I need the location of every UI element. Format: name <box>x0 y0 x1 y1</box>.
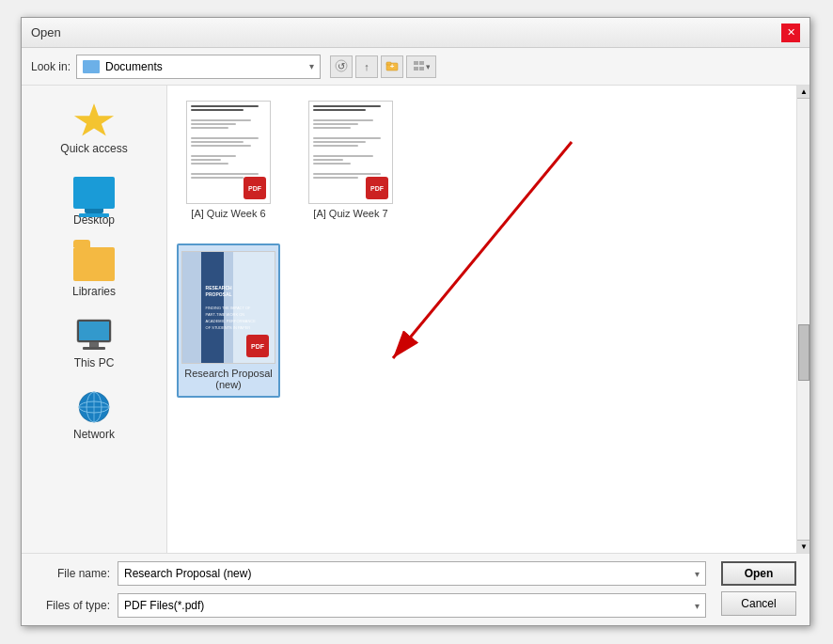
sidebar: Quick access Desktop Libraries <box>22 86 167 553</box>
file-item-quiz-week-6[interactable]: PDF [A] Quiz Week 6 <box>177 95 280 225</box>
back-button[interactable]: ↺ <box>330 55 353 78</box>
monitor-icon <box>73 318 115 353</box>
open-dialog: Open ✕ Look in: Documents ▾ ↺ ↑ <box>21 17 810 626</box>
file-item-research-proposal[interactable]: RESEARCHPROPOSAL FINDING THE IMPACT OFPA… <box>177 243 280 398</box>
svg-text:↺: ↺ <box>338 61 345 71</box>
svg-text:▾: ▾ <box>426 62 430 71</box>
scrollbar-track <box>797 99 809 540</box>
svg-rect-11 <box>79 322 109 340</box>
svg-rect-13 <box>83 347 105 350</box>
file-browser-content: PDF [A] Quiz Week 6 <box>167 86 796 553</box>
svg-rect-12 <box>89 342 99 347</box>
files-of-type-row: Files of type: PDF Files(*.pdf) ▾ <box>35 593 706 618</box>
files-of-type-value: PDF Files(*.pdf) <box>124 599 204 612</box>
file-name-row: File name: Research Proposal (new) ▾ <box>35 561 706 586</box>
sidebar-item-network[interactable]: Network <box>33 381 155 448</box>
file-name-dropdown[interactable]: Research Proposal (new) ▾ <box>118 561 706 586</box>
up-button[interactable]: ↑ <box>355 55 378 78</box>
files-of-type-chevron: ▾ <box>695 601 699 611</box>
file-label-research-proposal: Research Proposal (new) <box>184 368 273 390</box>
file-name-chevron: ▾ <box>695 569 699 579</box>
sidebar-item-network-label: Network <box>73 428 115 441</box>
cancel-button[interactable]: Cancel <box>721 591 796 616</box>
sidebar-item-desktop[interactable]: Desktop <box>33 166 155 234</box>
network-icon <box>72 388 116 426</box>
this-pc-icon-wrap <box>71 317 117 354</box>
up-icon: ↑ <box>364 61 369 72</box>
bottom-rows: File name: Research Proposal (new) ▾ Fil… <box>35 561 796 618</box>
look-in-value: Documents <box>105 60 304 73</box>
quick-access-icon-wrap <box>71 102 117 140</box>
dialog-title: Open <box>31 25 61 39</box>
sidebar-item-libraries-label: Libraries <box>72 285 116 298</box>
back-icon: ↺ <box>335 59 348 74</box>
title-bar: Open ✕ <box>22 18 809 48</box>
sidebar-item-libraries[interactable]: Libraries <box>33 238 155 306</box>
star-icon <box>73 103 115 139</box>
files-of-type-dropdown[interactable]: PDF Files(*.pdf) ▾ <box>118 593 706 618</box>
svg-rect-7 <box>414 67 418 71</box>
views-button[interactable]: ▾ <box>406 55 436 78</box>
research-text: RESEARCHPROPOSAL FINDING THE IMPACT OFPA… <box>203 281 275 335</box>
scrollbar-thumb[interactable] <box>798 324 809 381</box>
file-preview-research: RESEARCHPROPOSAL FINDING THE IMPACT OFPA… <box>181 251 275 364</box>
new-folder-button[interactable]: + <box>381 55 403 78</box>
libraries-icon-wrap <box>71 245 117 283</box>
scrollbar-down-arrow[interactable]: ▼ <box>797 540 809 553</box>
svg-rect-8 <box>419 67 424 71</box>
file-item-quiz-week-7[interactable]: PDF [A] Quiz Week 7 <box>299 95 402 225</box>
svg-text:+: + <box>390 62 395 71</box>
bottom-fields: File name: Research Proposal (new) ▾ Fil… <box>35 561 706 618</box>
folder-icon <box>73 247 115 281</box>
file-label-quiz-week-7: [A] Quiz Week 7 <box>313 208 387 219</box>
action-buttons: Open Cancel <box>721 561 796 618</box>
toolbar: Look in: Documents ▾ ↺ ↑ + <box>22 48 809 86</box>
files-of-type-label: Files of type: <box>35 599 110 612</box>
network-icon-wrap <box>71 388 117 426</box>
svg-rect-6 <box>419 61 424 65</box>
look-in-label: Look in: <box>31 60 71 73</box>
bottom-bar: File name: Research Proposal (new) ▾ Fil… <box>22 553 809 625</box>
pdf-badge-quiz-6: PDF <box>244 177 266 199</box>
file-label-quiz-week-6: [A] Quiz Week 6 <box>191 208 265 219</box>
close-button[interactable]: ✕ <box>781 24 800 42</box>
chevron-down-icon: ▾ <box>309 61 314 71</box>
file-name-value: Research Proposal (new) <box>124 567 251 580</box>
file-name-label: File name: <box>35 567 110 580</box>
scrollbar[interactable]: ▲ ▼ <box>796 86 809 553</box>
svg-rect-5 <box>414 61 418 65</box>
new-folder-icon: + <box>385 59 399 74</box>
toolbar-icons: ↺ ↑ + <box>330 55 436 78</box>
pdf-badge-research: PDF <box>246 335 269 357</box>
desktop-icon-wrap <box>71 174 117 212</box>
sidebar-item-this-pc[interactable]: This PC <box>33 309 155 377</box>
sidebar-item-quick-access-label: Quick access <box>60 142 127 155</box>
look-in-dropdown[interactable]: Documents ▾ <box>76 55 321 79</box>
sidebar-item-quick-access[interactable]: Quick access <box>33 95 155 163</box>
file-preview-quiz-7: PDF <box>308 101 393 204</box>
desktop-icon <box>73 177 115 209</box>
views-icon: ▾ <box>413 59 430 74</box>
folder-icon <box>83 60 100 73</box>
file-preview-quiz-6: PDF <box>186 101 271 204</box>
open-button[interactable]: Open <box>721 561 796 586</box>
sidebar-item-this-pc-label: This PC <box>74 356 115 369</box>
main-area: Quick access Desktop Libraries <box>22 86 809 553</box>
scrollbar-up-arrow[interactable]: ▲ <box>797 86 809 99</box>
pdf-badge-quiz-7: PDF <box>366 177 388 199</box>
